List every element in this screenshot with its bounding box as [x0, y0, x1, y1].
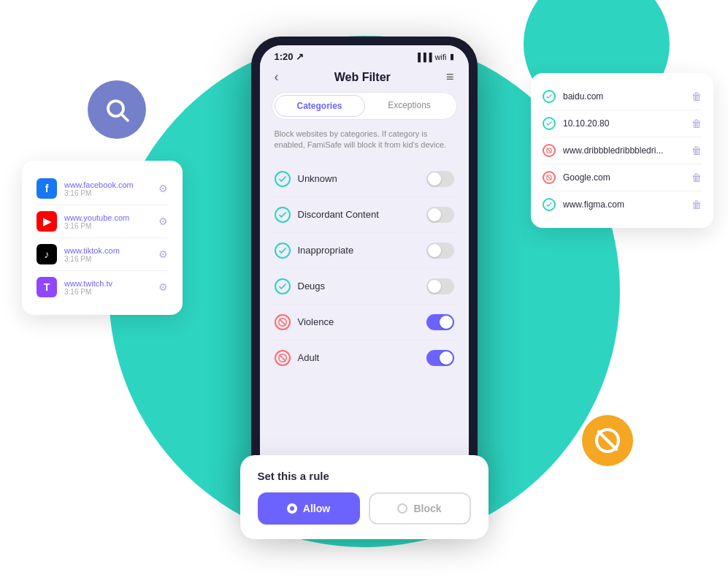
- category-left-deugs: Deugs: [275, 278, 326, 294]
- category-item-deugs: Deugs: [272, 269, 457, 305]
- category-item-inappropriate: Inappropriate: [272, 233, 457, 269]
- category-item-adult: Adult: [272, 340, 457, 376]
- tiktok-icon: ♪: [37, 244, 57, 264]
- history-item-tiktok: ♪ www.tiktok.com 3:16 PM ⚙: [37, 238, 168, 271]
- category-left-unknown: Unknown: [275, 171, 337, 187]
- wifi-icon: wifi: [435, 53, 447, 61]
- svg-line-5: [279, 354, 286, 361]
- wl-url-dribbble: www.dribbbledribbbledri...: [563, 145, 684, 156]
- history-text-facebook: www.facebook.com 3:16 PM: [64, 180, 151, 197]
- category-item-violence: Violence: [272, 305, 457, 340]
- svg-line-1: [122, 115, 128, 121]
- gear-icon-tiktok[interactable]: ⚙: [158, 248, 168, 260]
- history-text-tiktok: www.tiktok.com 3:16 PM: [64, 246, 151, 263]
- category-icon-violence: [275, 314, 291, 330]
- status-icons: ▐▐▐ wifi ▮: [415, 52, 453, 61]
- history-text-twitch: www.twitch.tv 3:16 PM: [64, 279, 151, 296]
- toggle-adult[interactable]: [426, 350, 454, 366]
- allow-radio: [287, 503, 297, 514]
- status-bar: 1:20 ↗ ▐▐▐ wifi ▮: [260, 45, 469, 65]
- gear-icon-twitch[interactable]: ⚙: [158, 281, 168, 293]
- history-item-facebook: f www.facebook.com 3:16 PM ⚙: [37, 172, 168, 205]
- whitelist-item-ip: 10.10.20.80 🗑: [543, 110, 702, 137]
- screen-title: Web Filter: [334, 71, 391, 84]
- tab-categories[interactable]: Categories: [275, 95, 365, 117]
- whitelist-item-google: Google.com 🗑: [543, 164, 702, 191]
- status-time: 1:20 ↗: [275, 51, 304, 62]
- facebook-icon: f: [37, 178, 57, 199]
- twitch-url: www.twitch.tv: [64, 279, 151, 288]
- youtube-icon: ▶: [37, 211, 57, 232]
- whitelist-card: baidu.com 🗑 10.10.20.80 🗑 www.dribbbledr…: [531, 73, 713, 228]
- tiktok-url: www.tiktok.com: [64, 246, 151, 255]
- gear-icon-youtube[interactable]: ⚙: [158, 216, 168, 227]
- category-icon-unknown: [275, 171, 291, 187]
- category-item-discordant: Discordant Content: [272, 197, 457, 233]
- tab-exceptions[interactable]: Exceptions: [365, 95, 454, 117]
- category-left-inappropriate: Inappropriate: [275, 243, 354, 259]
- block-circle-decoration: [582, 415, 633, 466]
- trash-icon-baidu[interactable]: 🗑: [691, 91, 702, 102]
- whitelist-item-dribbble: www.dribbbledribbbledri... 🗑: [543, 137, 702, 164]
- history-item-twitch: T www.twitch.tv 3:16 PM ⚙: [37, 271, 168, 303]
- toggle-deugs[interactable]: [426, 278, 454, 294]
- category-item-unknown: Unknown: [272, 161, 457, 197]
- block-radio: [397, 503, 407, 514]
- history-item-youtube: ▶ www.youtube.com 3:16 PM ⚙: [37, 205, 168, 238]
- rule-dialog-title: Set this a rule: [258, 470, 471, 482]
- phone-wrapper: 1:20 ↗ ▐▐▐ wifi ▮ ‹ Web Filter ≡ Categor…: [251, 37, 478, 507]
- wl-icon-ip: [543, 117, 556, 130]
- youtube-time: 3:16 PM: [64, 222, 151, 230]
- trash-icon-ip[interactable]: 🗑: [691, 118, 702, 129]
- wl-icon-baidu: [543, 90, 556, 103]
- category-icon-inappropriate: [275, 243, 291, 259]
- tab-bar: Categories Exceptions: [272, 92, 457, 120]
- wl-icon-figma: [543, 198, 556, 211]
- facebook-time: 3:16 PM: [64, 189, 151, 197]
- wl-icon-dribbble: [543, 144, 556, 157]
- category-name-inappropriate: Inappropriate: [298, 245, 354, 256]
- twitch-icon: T: [37, 277, 57, 297]
- category-name-adult: Adult: [298, 352, 320, 363]
- category-name-discordant: Discordant Content: [298, 209, 379, 220]
- search-circle-decoration: [88, 80, 146, 139]
- svg-line-3: [279, 319, 286, 325]
- block-button[interactable]: Block: [369, 492, 471, 525]
- toggle-unknown[interactable]: [426, 171, 454, 187]
- phone-header: ‹ Web Filter ≡: [260, 65, 469, 92]
- category-name-violence: Violence: [298, 316, 334, 327]
- rule-options: Allow Block: [258, 492, 471, 525]
- wl-icon-google: [543, 171, 556, 184]
- phone-screen: 1:20 ↗ ▐▐▐ wifi ▮ ‹ Web Filter ≡ Categor…: [260, 45, 469, 498]
- toggle-violence[interactable]: [426, 314, 454, 330]
- tiktok-time: 3:16 PM: [64, 255, 151, 263]
- toggle-discordant[interactable]: [426, 207, 454, 223]
- youtube-url: www.youtube.com: [64, 213, 151, 222]
- history-card: f www.facebook.com 3:16 PM ⚙ ▶ www.youtu…: [22, 161, 183, 315]
- history-text-youtube: www.youtube.com 3:16 PM: [64, 213, 151, 230]
- toggle-inappropriate[interactable]: [426, 243, 454, 259]
- category-left-adult: Adult: [275, 350, 320, 366]
- trash-icon-dribbble[interactable]: 🗑: [691, 145, 702, 156]
- back-button[interactable]: ‹: [275, 69, 279, 85]
- trash-icon-figma[interactable]: 🗑: [691, 199, 702, 210]
- category-icon-adult: [275, 350, 291, 366]
- wl-url-baidu: baidu.com: [563, 91, 684, 102]
- phone-device: 1:20 ↗ ▐▐▐ wifi ▮ ‹ Web Filter ≡ Categor…: [251, 37, 478, 507]
- trash-icon-google[interactable]: 🗑: [691, 172, 702, 183]
- category-list: Unknown Discordant Content: [260, 161, 469, 376]
- category-name-deugs: Deugs: [298, 281, 326, 292]
- category-left-discordant: Discordant Content: [275, 207, 379, 223]
- allow-button[interactable]: Allow: [258, 492, 360, 525]
- filter-description: Block websites by categories. If categor…: [260, 129, 469, 161]
- whitelist-item-baidu: baidu.com 🗑: [543, 83, 702, 110]
- block-label: Block: [413, 503, 441, 514]
- whitelist-item-figma: www.figma.com 🗑: [543, 191, 702, 218]
- signal-icon: ▐▐▐: [415, 53, 432, 61]
- wl-url-ip: 10.10.20.80: [563, 118, 684, 129]
- menu-button[interactable]: ≡: [446, 69, 454, 85]
- battery-icon: ▮: [450, 52, 454, 61]
- category-name-unknown: Unknown: [298, 173, 337, 184]
- wl-url-google: Google.com: [563, 172, 684, 183]
- gear-icon-facebook[interactable]: ⚙: [158, 183, 168, 194]
